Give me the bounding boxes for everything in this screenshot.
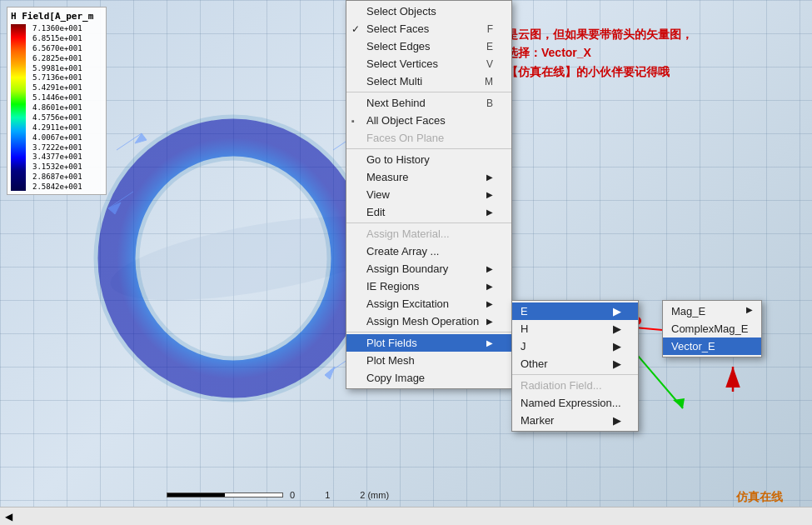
ctx-assign-excitation-arrow: ▶: [486, 299, 493, 308]
ctx-select-faces-check: ✓: [351, 23, 360, 35]
scale-label-0: 0: [290, 490, 295, 500]
ctx-edit-arrow: ▶: [486, 208, 493, 217]
submenu-pf-marker-label: Marker: [521, 414, 554, 427]
ctx-select-vertices-shortcut: V: [486, 58, 493, 70]
svg-marker-10: [325, 367, 335, 379]
submenu-pf-j[interactable]: J ▶: [512, 338, 638, 355]
svg-marker-18: [673, 398, 685, 408]
submenu-pf-named-expr-label: Named Expression...: [521, 397, 621, 409]
ctx-next-behind[interactable]: Next Behind B: [346, 94, 511, 112]
ctx-assign-excitation-label: Assign Excitation: [366, 298, 449, 310]
ssub-complexmag-e[interactable]: ComplexMag_E: [663, 320, 761, 338]
ctx-copy-image-label: Copy Image: [366, 372, 425, 384]
ctx-assign-mesh-op-arrow: ▶: [486, 317, 493, 326]
ctx-view-arrow: ▶: [486, 190, 493, 199]
legend-color-bar: [11, 24, 26, 191]
context-menu[interactable]: Select Objects ✓ Select Faces F Select E…: [346, 0, 512, 389]
ssub-mag-e-label: Mag_E: [671, 305, 705, 318]
annotation-line2: 必须选择：Vector_X: [483, 43, 693, 62]
submenu-sep: [512, 374, 638, 375]
submenu-pf-h[interactable]: H ▶: [512, 320, 638, 338]
submenu-pf-named-expr[interactable]: Named Expression...: [512, 394, 638, 412]
submenu-pf-radiation: Radiation Field...: [512, 377, 638, 394]
ctx-view-label: View: [366, 188, 390, 201]
ctx-plot-fields[interactable]: Plot Fields ▶: [346, 334, 511, 352]
ctx-assign-boundary[interactable]: Assign Boundary ▶: [346, 260, 511, 278]
ctx-faces-on-plane-label: Faces On Plane: [366, 132, 444, 144]
submenu-pf-other-arrow: ▶: [613, 358, 621, 370]
ctx-select-objects[interactable]: Select Objects: [346, 2, 511, 20]
ctx-edit-label: Edit: [366, 206, 385, 218]
ctx-sep-1: [346, 92, 511, 92]
submenu-pf-marker[interactable]: Marker ▶: [512, 412, 638, 429]
svg-marker-4: [135, 133, 147, 143]
ctx-assign-excitation[interactable]: Assign Excitation ▶: [346, 295, 511, 312]
submenu-pf-j-label: J: [521, 340, 526, 352]
ssub-vector-e[interactable]: Vector_E: [663, 338, 761, 355]
scale-label-1: 1: [325, 490, 330, 500]
ctx-select-faces-label: Select Faces: [366, 22, 429, 35]
ctx-assign-material: Assign Material...: [346, 225, 511, 242]
bottom-nav-left[interactable]: ◀: [5, 511, 12, 522]
ctx-plot-mesh[interactable]: Plot Mesh: [346, 352, 511, 369]
scale-label-2: 2 (mm): [360, 490, 389, 500]
ctx-assign-mesh-op[interactable]: Assign Mesh Operation ▶: [346, 312, 511, 330]
ctx-faces-on-plane: Faces On Plane: [346, 129, 511, 147]
ctx-measure-label: Measure: [366, 171, 409, 183]
ctx-select-vertices[interactable]: Select Vertices V: [346, 55, 511, 72]
ssub-mag-e-arrow: ▶: [746, 305, 753, 314]
ssub-vector-e-label: Vector_E: [671, 340, 715, 352]
ctx-assign-boundary-label: Assign Boundary: [366, 262, 448, 275]
ctx-select-multi-label: Select Multi: [366, 75, 422, 88]
ctx-copy-image[interactable]: Copy Image: [346, 369, 511, 387]
ctx-create-array[interactable]: Create Array ...: [346, 242, 511, 260]
ctx-sep-4: [346, 332, 511, 332]
submenu-pf-radiation-label: Radiation Field...: [521, 379, 602, 392]
ctx-plot-fields-arrow: ▶: [486, 338, 493, 348]
ctx-assign-mesh-op-label: Assign Mesh Operation: [366, 315, 479, 328]
ctx-assign-material-label: Assign Material...: [366, 228, 450, 240]
ctx-ie-regions-label: IE Regions: [366, 280, 420, 292]
submenu-pf-marker-arrow: ▶: [613, 414, 621, 427]
ctx-go-to-history-label: Go to History: [366, 153, 430, 166]
ctx-select-multi[interactable]: Select Multi M: [346, 72, 511, 90]
ctx-plot-mesh-label: Plot Mesh: [366, 354, 415, 367]
ctx-select-objects-label: Select Objects: [366, 5, 436, 18]
submenu-e-options[interactable]: Mag_E ▶ ComplexMag_E Vector_E: [662, 300, 762, 358]
ctx-select-faces-shortcut: F: [487, 23, 493, 35]
ctx-ie-regions[interactable]: IE Regions ▶: [346, 278, 511, 295]
annotation-text: 一般是云图，但如果要带箭头的矢量图， 必须选择：Vector_X 这个【仿真在线…: [483, 25, 693, 81]
ctx-next-behind-shortcut: B: [486, 98, 493, 109]
scale-bar-area: 0 1 2 (mm): [167, 490, 389, 500]
annotation-line1: 一般是云图，但如果要带箭头的矢量图，: [483, 25, 693, 43]
ctx-select-multi-shortcut: M: [485, 76, 493, 88]
annotation-line3: 这个【仿真在线】的小伙伴要记得哦: [483, 62, 693, 81]
ctx-all-object-faces-label: All Object Faces: [366, 114, 446, 127]
ctx-all-faces-icon: ▪: [351, 116, 355, 126]
submenu-pf-j-arrow: ▶: [613, 340, 621, 352]
scale-bar: [167, 492, 283, 498]
ctx-all-object-faces[interactable]: ▪ All Object Faces: [346, 112, 511, 129]
submenu-pf-h-label: H: [521, 322, 528, 335]
ctx-select-edges-label: Select Edges: [366, 40, 431, 52]
ctx-select-edges-shortcut: E: [486, 41, 493, 52]
ctx-select-faces[interactable]: ✓ Select Faces F: [346, 20, 511, 38]
ctx-create-array-label: Create Array ...: [366, 245, 439, 258]
submenu-pf-e-arrow: ▶: [613, 305, 621, 318]
ctx-ie-regions-arrow: ▶: [486, 282, 493, 291]
submenu-pf-e[interactable]: E ▶: [512, 302, 638, 320]
ctx-sep-2: [346, 148, 511, 149]
ctx-measure-arrow: ▶: [486, 172, 493, 182]
ctx-edit[interactable]: Edit ▶: [346, 203, 511, 221]
legend-title: H Field[A_per_m: [11, 11, 102, 22]
ctx-measure[interactable]: Measure ▶: [346, 168, 511, 186]
ctx-sep-3: [346, 222, 511, 223]
ctx-assign-boundary-arrow: ▶: [486, 264, 493, 273]
submenu-pf-other-label: Other: [521, 358, 548, 370]
ctx-select-edges[interactable]: Select Edges E: [346, 38, 511, 55]
submenu-plot-fields[interactable]: E ▶ H ▶ J ▶ Other ▶ Radiation Field... N…: [511, 300, 639, 432]
ctx-view[interactable]: View ▶: [346, 186, 511, 203]
submenu-pf-other[interactable]: Other ▶: [512, 355, 638, 372]
ctx-go-to-history[interactable]: Go to History: [346, 151, 511, 168]
ssub-mag-e[interactable]: Mag_E ▶: [663, 302, 761, 320]
